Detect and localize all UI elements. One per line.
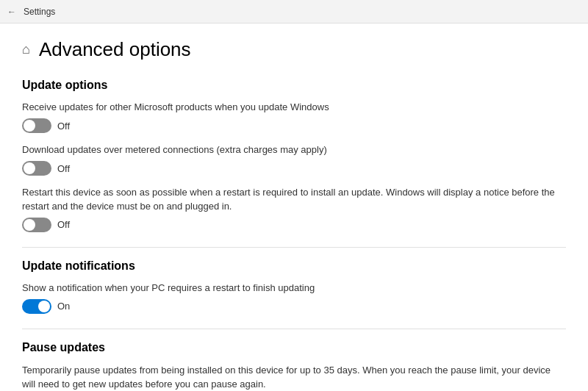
download-metered-option: Download updates over metered connection… (22, 143, 566, 176)
divider-2 (22, 329, 566, 329)
restart-device-toggle-row: Off (22, 218, 566, 232)
pause-description: Temporarily pause updates from being ins… (22, 363, 566, 391)
back-button[interactable]: ← (7, 7, 16, 17)
update-notifications-title: Update notifications (22, 259, 566, 273)
home-icon: ⌂ (22, 42, 30, 57)
restart-device-state: Off (57, 219, 70, 230)
download-metered-toggle-row: Off (22, 161, 566, 176)
restart-device-label: Restart this device as soon as possible … (22, 186, 566, 212)
receive-updates-toggle[interactable] (22, 118, 51, 133)
page-title: Advanced options (39, 38, 191, 61)
update-options-title: Update options (22, 79, 566, 92)
restart-device-option: Restart this device as soon as possible … (22, 186, 566, 232)
download-metered-label: Download updates over metered connection… (22, 143, 566, 157)
top-bar-title: Settings (24, 7, 55, 17)
divider-1 (22, 247, 566, 248)
receive-updates-label: Receive updates for other Microsoft prod… (22, 101, 566, 114)
page-header: ⌂ Advanced options (22, 38, 566, 61)
receive-updates-option: Receive updates for other Microsoft prod… (22, 101, 566, 133)
show-notification-state: On (57, 301, 70, 312)
pause-updates-section: Pause updates Temporarily pause updates … (22, 341, 566, 391)
download-metered-state: Off (57, 163, 70, 174)
restart-device-toggle[interactable] (22, 218, 51, 232)
main-content: ⌂ Advanced options Update options Receiv… (0, 24, 588, 391)
show-notification-toggle[interactable] (22, 299, 51, 314)
show-notification-label: Show a notification when your PC require… (22, 281, 566, 295)
receive-updates-state: Off (57, 121, 70, 132)
show-notification-toggle-row: On (22, 299, 566, 314)
receive-updates-toggle-row: Off (22, 118, 566, 133)
update-options-section: Update options Receive updates for other… (22, 79, 566, 232)
show-notification-option: Show a notification when your PC require… (22, 281, 566, 314)
update-notifications-section: Update notifications Show a notification… (22, 259, 566, 314)
download-metered-toggle[interactable] (22, 161, 51, 176)
top-bar: ← Settings (0, 0, 588, 24)
pause-updates-title: Pause updates (22, 341, 566, 354)
